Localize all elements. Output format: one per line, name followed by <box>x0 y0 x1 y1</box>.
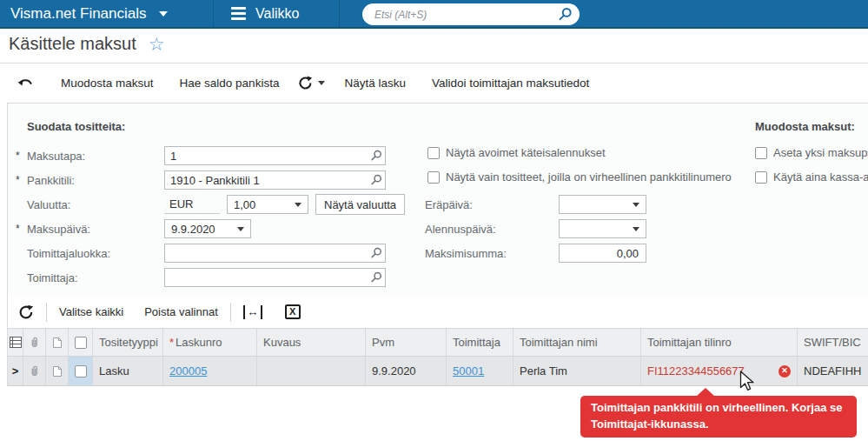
col-header-toimittaja[interactable]: Toimittaja <box>447 329 514 356</box>
cell-kuvaus <box>257 357 366 385</box>
undo-icon <box>17 77 35 89</box>
nayta-lasku-button[interactable]: Näytä lasku <box>344 77 406 90</box>
toimittaja-input[interactable] <box>164 268 386 287</box>
select-all-checkbox[interactable] <box>75 337 87 349</box>
search-input[interactable] <box>374 9 558 21</box>
erapaiva-label: Eräpäivä: <box>425 198 559 211</box>
checkbox-row-yksi-maksupaiva: Aseta yksi maksupäivä <box>755 146 868 159</box>
mouse-cursor <box>739 371 757 393</box>
undo-button[interactable] <box>17 77 35 89</box>
required-marker: * <box>169 336 174 349</box>
notes-column-header <box>46 329 69 356</box>
laskunro-link[interactable]: 200005 <box>169 364 207 378</box>
col-header-swift-bic[interactable]: SWIFT/BIC <box>798 329 868 356</box>
virheellinen-checkbox-label: Näytä vain tositteet, joilla on virheell… <box>446 170 732 184</box>
refresh-icon <box>298 76 313 90</box>
col-header-pvm[interactable]: Pvm <box>366 329 447 356</box>
grid-settings-cell[interactable] <box>8 329 23 356</box>
valuutta-label: Valuutta: <box>27 198 164 211</box>
col-header-toimittajan-nimi[interactable]: Toimittajan nimi <box>514 329 641 356</box>
favorite-star-icon[interactable]: ☆ <box>149 35 165 53</box>
filter-panel: Suodata tositteita: * Maksutapa: * Pankk… <box>7 103 868 296</box>
valitse-kaikki-button[interactable]: Valitse kaikki <box>59 305 123 318</box>
avoimet-checkbox-label: Näytä avoimet käteisalennukset <box>446 146 606 159</box>
required-marker: * <box>16 223 27 235</box>
filter-heading: Suodata tositteita: <box>27 120 125 133</box>
toolbar-divider <box>230 303 231 322</box>
row-select-cell <box>69 357 93 385</box>
row-select-checkbox[interactable] <box>75 365 87 378</box>
toimittaja-label: Toimittaja: <box>27 271 164 284</box>
poista-valinnat-button[interactable]: Poista valinnat <box>144 305 218 318</box>
hae-saldo-pankista-button[interactable]: Hae saldo pankista <box>180 77 280 90</box>
toimittaja-link[interactable]: 50001 <box>453 364 484 378</box>
chevron-down-icon <box>159 11 168 17</box>
topbar-divider <box>213 0 214 27</box>
grid-refresh-button[interactable] <box>18 304 34 320</box>
lookup-magnifier-icon[interactable] <box>370 174 382 186</box>
maksimisumma-label: Maksimisumma: <box>425 247 559 260</box>
erapaiva-combo[interactable] <box>559 195 646 214</box>
filter-row-toimittajaluokka: Toimittajaluokka: <box>16 244 386 263</box>
alennuspaiva-combo[interactable] <box>559 219 646 238</box>
filter-row-maksutapa: * Maksutapa: <box>16 146 386 165</box>
cell-swift-bic: NDEAFIHH <box>798 357 868 385</box>
refresh-menu-button[interactable] <box>298 76 325 90</box>
toimittajaluokka-input[interactable] <box>164 244 386 263</box>
cell-laskunro: 200005 <box>163 357 257 385</box>
cell-toimittajan-nimi: Perla Tim <box>514 357 641 385</box>
yksi-maksupaiva-label: Aseta yksi maksupäivä <box>773 146 868 159</box>
filter-row-maksupaiva: * Maksupäivä: 9.9.2020 <box>16 219 251 238</box>
error-tooltip: Toimittajan pankkitili on virheellinen. … <box>580 396 857 438</box>
maksupaiva-datepicker[interactable]: 9.9.2020 <box>164 219 251 238</box>
toimittajaluokka-lookup <box>164 244 386 263</box>
pankkitili-input[interactable] <box>164 170 386 190</box>
maksimisumma-input[interactable] <box>559 244 646 263</box>
cell-toimittajan-tilinro: FI11223344556677 ✕ <box>641 357 798 385</box>
row-notes-cell[interactable] <box>46 357 69 385</box>
avoimet-checkbox[interactable] <box>427 147 440 159</box>
col-header-toimittajan-tilinro[interactable]: Toimittajan tilinro <box>641 329 798 356</box>
col-header-kuvaus[interactable]: Kuvaus <box>257 329 366 356</box>
app-window: Visma.net Financials Valikko Käsittele m… <box>0 0 868 441</box>
brand-menu[interactable]: Visma.net Financials <box>10 0 168 27</box>
col-header-laskunro[interactable]: * Laskunro <box>163 329 257 356</box>
lookup-magnifier-icon[interactable] <box>370 247 382 259</box>
current-row-arrow-icon: > <box>12 364 19 378</box>
chevron-down-icon <box>318 81 325 85</box>
row-settings-icon <box>10 337 22 348</box>
note-icon <box>52 337 63 349</box>
filter-row-pankkitili: * Pankkitili: <box>16 170 386 190</box>
kassa-alennus-checkbox[interactable] <box>755 171 767 184</box>
lookup-magnifier-icon[interactable] <box>370 271 382 284</box>
yksi-maksupaiva-checkbox[interactable] <box>755 147 767 159</box>
nayta-valuutta-button[interactable]: Näytä valuutta <box>315 194 405 215</box>
col-header-tositetyyppi[interactable]: Tositetyyppi <box>93 329 163 356</box>
virheellinen-checkbox[interactable] <box>427 171 440 184</box>
filter-row-alennuspaiva: Alennuspäivä: <box>425 219 646 238</box>
paperclip-icon <box>30 364 39 378</box>
chevron-down-icon <box>237 227 244 231</box>
lookup-magnifier-icon[interactable] <box>370 150 382 162</box>
filter-row-maksimisumma: Maksimisumma: <box>425 244 646 263</box>
toimittaja-lookup <box>164 268 386 287</box>
muodosta-maksut-heading: Muodosta maksut: <box>755 120 855 133</box>
row-attachments-cell[interactable] <box>23 357 46 385</box>
export-excel-icon[interactable]: X <box>285 304 301 319</box>
tooltip-arrow <box>697 388 714 396</box>
fit-columns-icon[interactable]: ↔ <box>243 305 262 319</box>
main-menu-button[interactable]: Valikko <box>231 0 299 27</box>
search-icon[interactable] <box>558 7 573 22</box>
cell-pvm: 9.9.2020 <box>366 357 447 385</box>
required-marker: * <box>16 174 27 186</box>
row-indicator-cell: > <box>8 357 23 385</box>
validoi-maksutiedot-button[interactable]: Validoi toimittajan maksutiedot <box>432 77 589 90</box>
muodosta-maksut-button[interactable]: Muodosta maksut <box>61 77 154 90</box>
paperclip-icon <box>30 336 39 349</box>
maksupaiva-value: 9.9.2020 <box>171 223 215 236</box>
pankkitili-label: Pankkitili: <box>27 174 164 187</box>
currency-rate-value: 1,00 <box>234 198 255 211</box>
maksutapa-input[interactable] <box>164 146 386 165</box>
currency-rate-combo[interactable]: 1,00 <box>227 195 308 214</box>
error-circle-icon[interactable]: ✕ <box>779 365 791 378</box>
